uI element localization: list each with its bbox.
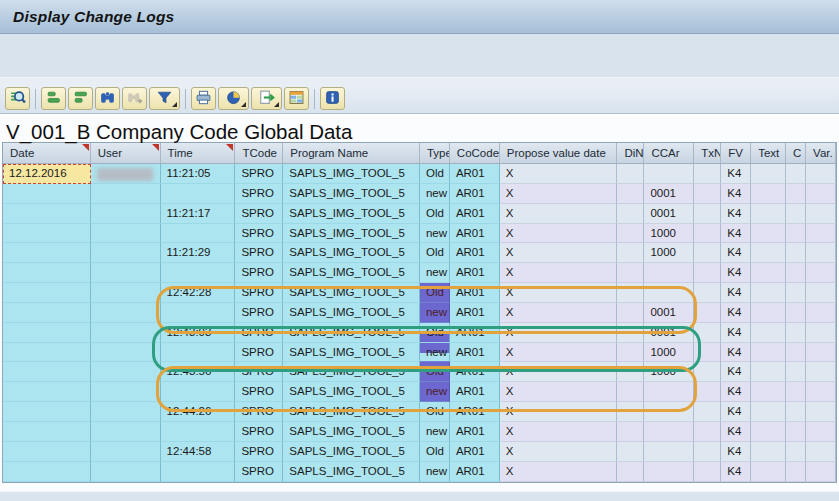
cell-tcode[interactable]: SPRO xyxy=(235,422,283,442)
cell-varb[interactable] xyxy=(806,224,836,244)
cell-user[interactable] xyxy=(91,362,161,382)
cell-tcode[interactable]: SPRO xyxy=(235,164,283,184)
cell-type[interactable]: new xyxy=(420,224,450,244)
cell-varb[interactable] xyxy=(806,164,836,184)
cell-time[interactable]: 11:21:29 xyxy=(161,243,236,263)
column-header-text[interactable]: Text xyxy=(751,143,786,163)
cell-varb[interactable] xyxy=(806,323,836,343)
cell-user[interactable] xyxy=(91,184,161,204)
cell-user[interactable] xyxy=(91,462,161,482)
cell-din[interactable] xyxy=(617,224,644,244)
cell-c[interactable] xyxy=(786,362,806,382)
cell-date[interactable] xyxy=(3,184,91,204)
cell-fv[interactable]: K4 xyxy=(721,164,751,184)
column-header-ccar[interactable]: CCAr xyxy=(644,143,694,163)
cell-propose[interactable]: X xyxy=(500,224,618,244)
cell-user[interactable] xyxy=(91,263,161,283)
cell-cocode[interactable]: AR01 xyxy=(450,224,500,244)
cell-propose[interactable]: X xyxy=(500,362,618,382)
cell-varb[interactable] xyxy=(806,362,836,382)
cell-type[interactable]: Old xyxy=(420,243,450,263)
sort-ascending-button[interactable] xyxy=(41,87,66,110)
cell-type[interactable]: Old xyxy=(420,283,450,303)
cell-ccar[interactable]: 1000 xyxy=(644,343,694,363)
cell-text[interactable] xyxy=(751,402,786,422)
cell-date[interactable] xyxy=(3,204,91,224)
cell-tcode[interactable]: SPRO xyxy=(235,283,283,303)
cell-txn[interactable] xyxy=(694,422,721,442)
cell-fv[interactable]: K4 xyxy=(721,184,751,204)
cell-ccar[interactable] xyxy=(644,283,694,303)
cell-ccar[interactable]: 1000 xyxy=(644,224,694,244)
cell-ccar[interactable] xyxy=(644,442,694,462)
cell-tcode[interactable]: SPRO xyxy=(235,224,283,244)
cell-time[interactable]: 11:21:05 xyxy=(161,164,236,184)
cell-type[interactable]: new xyxy=(420,462,450,482)
cell-cocode[interactable]: AR01 xyxy=(450,283,500,303)
sort-descending-button[interactable] xyxy=(68,87,93,110)
cell-date[interactable] xyxy=(3,323,91,343)
cell-text[interactable] xyxy=(751,303,786,323)
cell-c[interactable] xyxy=(786,164,806,184)
cell-cocode[interactable]: AR01 xyxy=(450,402,500,422)
cell-varb[interactable] xyxy=(806,382,836,402)
cell-txn[interactable] xyxy=(694,442,721,462)
cell-txn[interactable] xyxy=(694,283,721,303)
cell-txn[interactable] xyxy=(694,462,721,482)
cell-din[interactable] xyxy=(617,323,644,343)
cell-din[interactable] xyxy=(617,263,644,283)
cell-date[interactable] xyxy=(3,462,91,482)
choose-layout-button[interactable] xyxy=(284,87,309,110)
cell-txn[interactable] xyxy=(694,382,721,402)
cell-ccar[interactable]: 0001 xyxy=(644,184,694,204)
cell-varb[interactable] xyxy=(806,283,836,303)
cell-program[interactable]: SAPLS_IMG_TOOL_5 xyxy=(283,343,420,363)
cell-fv[interactable]: K4 xyxy=(721,343,751,363)
cell-txn[interactable] xyxy=(694,204,721,224)
column-header-cocode[interactable]: CoCode xyxy=(450,143,500,163)
cell-text[interactable] xyxy=(751,343,786,363)
cell-time[interactable] xyxy=(161,263,236,283)
cell-cocode[interactable]: AR01 xyxy=(450,442,500,462)
cell-c[interactable] xyxy=(786,462,806,482)
find-button[interactable] xyxy=(95,87,120,110)
cell-txn[interactable] xyxy=(694,164,721,184)
cell-ccar[interactable]: 0001 xyxy=(644,204,694,224)
cell-txn[interactable] xyxy=(694,184,721,204)
column-header-din[interactable]: DiN xyxy=(617,143,644,163)
cell-time[interactable] xyxy=(161,224,236,244)
cell-tcode[interactable]: SPRO xyxy=(235,184,283,204)
cell-tcode[interactable]: SPRO xyxy=(235,442,283,462)
cell-type[interactable]: new xyxy=(420,184,450,204)
cell-user[interactable] xyxy=(91,283,161,303)
cell-ccar[interactable] xyxy=(644,382,694,402)
cell-propose[interactable]: X xyxy=(500,422,618,442)
cell-tcode[interactable]: SPRO xyxy=(235,362,283,382)
cell-program[interactable]: SAPLS_IMG_TOOL_5 xyxy=(283,462,420,482)
cell-c[interactable] xyxy=(786,224,806,244)
cell-varb[interactable] xyxy=(806,343,836,363)
cell-propose[interactable]: X xyxy=(500,402,618,422)
cell-din[interactable] xyxy=(617,362,644,382)
cell-user[interactable] xyxy=(91,422,161,442)
info-button[interactable] xyxy=(320,87,345,110)
cell-user[interactable] xyxy=(91,382,161,402)
column-header-time[interactable]: Time xyxy=(161,143,236,163)
cell-din[interactable] xyxy=(617,164,644,184)
cell-fv[interactable]: K4 xyxy=(721,323,751,343)
cell-text[interactable] xyxy=(751,243,786,263)
cell-c[interactable] xyxy=(786,204,806,224)
cell-user[interactable] xyxy=(91,243,161,263)
cell-c[interactable] xyxy=(786,283,806,303)
cell-date[interactable]: 12.12.2016 xyxy=(3,164,91,184)
cell-din[interactable] xyxy=(617,184,644,204)
cell-propose[interactable]: X xyxy=(500,303,618,323)
cell-ccar[interactable]: 1000 xyxy=(644,243,694,263)
cell-program[interactable]: SAPLS_IMG_TOOL_5 xyxy=(283,422,420,442)
cell-program[interactable]: SAPLS_IMG_TOOL_5 xyxy=(283,184,420,204)
cell-time[interactable] xyxy=(161,184,236,204)
cell-tcode[interactable]: SPRO xyxy=(235,323,283,343)
cell-cocode[interactable]: AR01 xyxy=(450,462,500,482)
cell-date[interactable] xyxy=(3,382,91,402)
cell-din[interactable] xyxy=(617,303,644,323)
